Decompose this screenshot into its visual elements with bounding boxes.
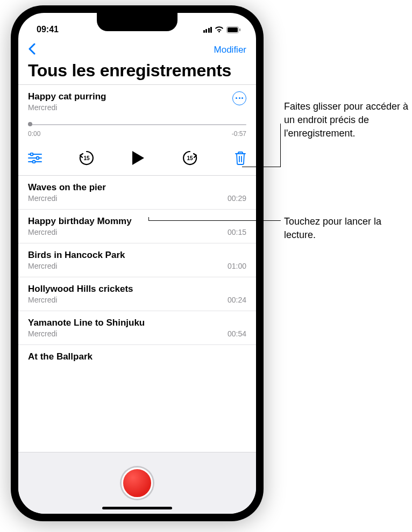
trash-icon	[235, 151, 246, 165]
recording-title: Happy birthday Mommy	[28, 216, 132, 227]
callout-line	[242, 167, 281, 167]
svg-point-4	[31, 153, 33, 155]
svg-rect-1	[228, 27, 238, 32]
recording-item[interactable]: Birds in Hancock Park Mercredi 01:00	[18, 243, 256, 277]
recording-duration: 00:29	[228, 194, 246, 203]
time-elapsed: 0:00	[28, 130, 40, 138]
callout-line	[148, 220, 281, 221]
more-options-button[interactable]	[232, 91, 246, 105]
nav-bar: Modifier	[18, 39, 256, 59]
recording-duration: 00:54	[228, 329, 246, 338]
playback-scrubber[interactable]	[28, 124, 246, 126]
svg-point-6	[37, 156, 39, 159]
recording-title: Yamanote Line to Shinjuku	[28, 318, 145, 328]
back-button[interactable]	[28, 43, 35, 57]
recording-duration: 00:24	[228, 296, 246, 304]
recording-item[interactable]: Hollywood Hills crickets Mercredi 00:24	[18, 277, 256, 311]
recording-item[interactable]: Waves on the pier Mercredi 00:29	[18, 176, 256, 210]
callout-play: Touchez pour lancer la lecture.	[284, 215, 410, 242]
scrubber-handle-icon[interactable]	[28, 122, 32, 126]
recording-subtitle: Mercredi	[28, 228, 132, 236]
recording-duration: 00:15	[228, 228, 246, 236]
status-time: 09:41	[37, 25, 59, 34]
home-indicator[interactable]	[102, 507, 172, 509]
play-button[interactable]	[131, 150, 145, 166]
recording-title: Happy cat purring	[28, 91, 106, 102]
recording-subtitle: Mercredi	[28, 103, 106, 112]
recording-title: Hollywood Hills crickets	[28, 284, 133, 294]
skip-forward-button[interactable]: 15	[181, 149, 198, 167]
title-area: Tous les enregistrements	[18, 59, 256, 84]
play-icon	[131, 150, 145, 166]
svg-rect-2	[239, 28, 240, 31]
bottom-toolbar	[18, 452, 256, 514]
page-title: Tous les enregistrements	[28, 61, 246, 80]
recording-item[interactable]: Happy birthday Mommy Mercredi 00:15	[18, 210, 256, 243]
delete-button[interactable]	[235, 151, 246, 165]
callout-line	[148, 217, 149, 221]
time-remaining: -0:57	[232, 130, 246, 138]
recording-title: Waves on the pier	[28, 182, 106, 193]
recording-item[interactable]: At the Ballpark	[18, 345, 256, 365]
svg-text:15: 15	[83, 155, 90, 161]
skip-back-15-icon: 15	[78, 149, 95, 167]
skip-forward-15-icon: 15	[181, 149, 198, 167]
recording-subtitle: Mercredi	[28, 194, 106, 203]
skip-back-button[interactable]: 15	[78, 149, 95, 167]
phone-screen: 09:41 Modifier Tous les enregistrements	[18, 13, 256, 514]
recording-expanded[interactable]: Happy cat purring Mercredi 0:00 -0:57	[18, 84, 256, 176]
battery-icon	[226, 26, 241, 33]
options-button[interactable]	[28, 153, 42, 163]
recording-subtitle: Mercredi	[28, 329, 145, 338]
svg-text:15: 15	[187, 155, 193, 161]
sliders-icon	[28, 153, 42, 163]
recording-title: Birds in Hancock Park	[28, 250, 125, 261]
edit-button[interactable]: Modifier	[214, 45, 246, 55]
notch	[97, 13, 177, 31]
recordings-list: Happy cat purring Mercredi 0:00 -0:57	[18, 84, 256, 514]
svg-point-8	[33, 160, 35, 163]
recording-subtitle: Mercredi	[28, 296, 133, 304]
playback-controls: 15 15	[28, 148, 246, 168]
cellular-signal-icon	[203, 27, 212, 33]
recording-item[interactable]: Yamanote Line to Shinjuku Mercredi 00:54	[18, 311, 256, 345]
phone-frame: 09:41 Modifier Tous les enregistrements	[11, 5, 264, 521]
ellipsis-icon	[236, 97, 243, 99]
status-indicators	[203, 26, 241, 33]
recording-title: At the Ballpark	[28, 351, 93, 362]
recording-duration: 01:00	[228, 262, 246, 270]
record-button[interactable]	[122, 468, 153, 499]
recording-subtitle: Mercredi	[28, 262, 125, 270]
callout-scrubber: Faites glisser pour accéder à un endroit…	[284, 100, 410, 140]
callout-line	[280, 124, 281, 167]
wifi-icon	[215, 26, 224, 33]
